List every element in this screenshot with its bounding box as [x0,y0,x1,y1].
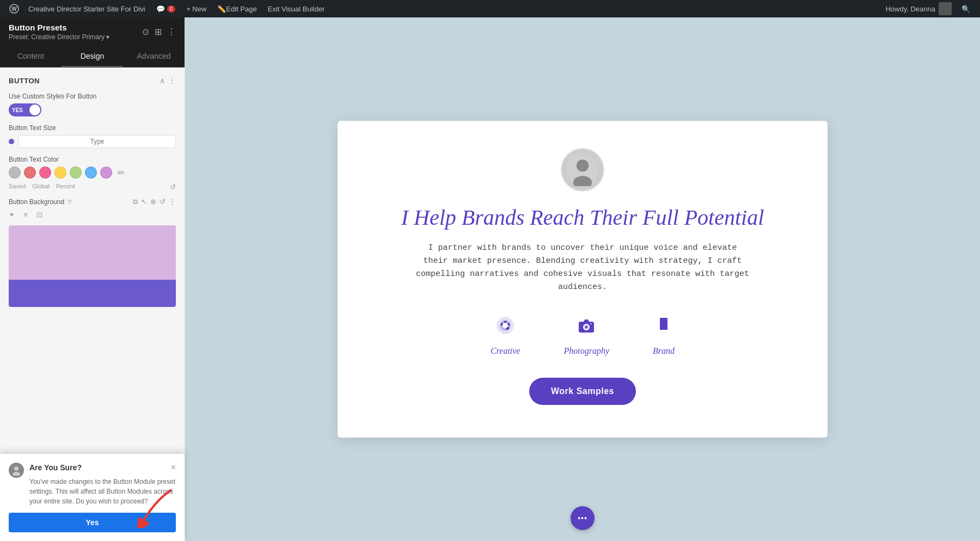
floating-menu-button[interactable]: ••• [571,506,595,530]
bg-sub-icons: ✦ ≡ ⊡ [9,211,176,219]
preset-tab-recent[interactable]: Recent [56,183,75,191]
hero-subtitle: I partner with brands to uncover their u… [414,242,751,294]
website-card: I Help Brands Reach Their Full Potential… [338,121,828,438]
main-layout: Button Presets Preset: Creative Director… [0,17,980,541]
search-panel-icon[interactable]: ⊙ [142,27,149,37]
bg-copy-icon[interactable]: ⧉ [133,198,138,206]
confirm-avatar [9,463,24,478]
services-row: Creative Photograp [491,316,675,356]
bg-section-header: Button Background ? ⧉ ↖ ⊕ ↺ ⋮ [9,198,176,206]
exit-visual-builder-bar-item[interactable]: Exit Visual Builder [262,0,330,17]
confirm-dialog: Are You Sure? × You've made changes to t… [0,453,185,541]
section-more-icon[interactable]: ⋮ [168,76,176,85]
bg-more-icon[interactable]: ⋮ [169,198,176,206]
wp-logo-icon[interactable]: W [5,0,23,17]
collapse-icon[interactable]: ∧ [160,76,165,85]
profile-image [561,148,604,192]
panel-header: Button Presets Preset: Creative Director… [0,17,185,46]
creative-label: Creative [491,346,520,356]
swatch-yellow[interactable] [54,167,66,179]
text-color-label: Button Text Color [9,156,176,163]
color-swatches-row: ✏ [9,167,176,179]
panel-subtitle[interactable]: Preset: Creative Director Primary ▾ [9,33,109,41]
left-panel: Button Presets Preset: Creative Director… [0,17,185,541]
search-icon[interactable]: 🔍 [957,5,975,13]
new-bar-item[interactable]: + New [181,0,212,17]
text-size-row [9,135,176,148]
custom-styles-toggle-row: YES [9,103,176,116]
bg-sub-icon-3[interactable]: ⊡ [36,211,42,219]
layout-icon[interactable]: ⊞ [155,27,162,37]
swatch-red[interactable] [24,167,36,179]
swatch-green[interactable] [70,167,82,179]
swatch-pink[interactable] [39,167,51,179]
confirm-body: You've made changes to the Button Module… [29,477,176,506]
button-section-header: Button ∧ ⋮ [9,76,176,85]
svg-point-3 [13,472,20,476]
bg-undo-icon[interactable]: ↺ [160,198,166,206]
admin-bar: W Creative Director Starter Site For Div… [0,0,980,17]
photography-icon [577,316,596,340]
brand-label: Brand [653,346,675,356]
tab-content[interactable]: Content [0,46,62,67]
custom-styles-toggle[interactable]: YES [9,103,41,116]
text-size-label: Button Text Size [9,124,176,132]
howdy-label: Howdy, Deanna [880,2,957,15]
photography-label: Photography [564,346,609,356]
canvas-area: I Help Brands Reach Their Full Potential… [185,17,980,541]
panel-tabs: Content Design Advanced [0,46,185,67]
svg-point-6 [577,159,589,171]
color-picker-icon[interactable]: ✏ [118,168,125,178]
service-creative: Creative [491,316,520,356]
bg-label: Button Background [9,198,64,206]
svg-point-18 [585,326,587,328]
svg-rect-19 [590,323,592,324]
toggle-label: Use Custom Styles For Button [9,93,176,100]
comments-bar-item[interactable]: 💬 0 [151,0,181,17]
bg-help-icon[interactable]: ? [68,198,71,206]
toggle-knob [29,104,40,115]
bg-pin-icon[interactable]: ⊕ [150,198,156,206]
preset-tab-global[interactable]: Global [32,183,50,191]
bg-icons: ⧉ ↖ ⊕ ↺ ⋮ [133,198,176,206]
swatch-gray[interactable] [9,167,21,179]
work-samples-button[interactable]: Work Samples [529,378,636,405]
section-icons: ∧ ⋮ [160,76,176,85]
bg-cursor-icon[interactable]: ↖ [141,198,147,206]
more-options-icon[interactable]: ⋮ [167,27,176,37]
service-photography: Photography [564,316,609,356]
service-brand: Brand [653,316,675,356]
svg-point-14 [503,323,508,328]
panel-header-icons: ⊙ ⊞ ⋮ [142,27,176,37]
bg-sub-icon-1[interactable]: ✦ [9,211,15,219]
swatch-purple[interactable] [100,167,112,179]
size-dot [9,139,14,144]
confirm-title: Are You Sure? [29,463,82,472]
hero-title: I Help Brands Reach Their Full Potential [401,205,764,231]
preset-tabs: Saved Global Recent ↺ [9,183,176,191]
preview-box [9,225,176,307]
reset-icon[interactable]: ↺ [170,183,176,191]
panel-title: Button Presets [9,23,109,32]
edit-page-bar-item[interactable]: ✏️ Edit Page [212,0,262,17]
tab-advanced[interactable]: Advanced [123,46,185,67]
text-size-input[interactable] [19,135,176,148]
tab-design[interactable]: Design [62,46,123,67]
preset-tab-saved[interactable]: Saved [9,183,26,191]
bg-sub-icon-2[interactable]: ≡ [23,211,28,219]
svg-point-2 [14,466,19,471]
brand-icon [654,316,673,340]
svg-text:W: W [11,6,17,12]
swatch-blue[interactable] [85,167,97,179]
confirm-header: Are You Sure? × [29,463,176,472]
button-section-title: Button [9,77,40,85]
confirm-close-icon[interactable]: × [171,463,176,472]
preview-box-accent [9,280,176,307]
creative-icon [495,316,515,340]
site-name-bar-item[interactable]: Creative Director Starter Site For Divi [23,0,151,17]
confirm-yes-button[interactable]: Yes [9,513,176,532]
